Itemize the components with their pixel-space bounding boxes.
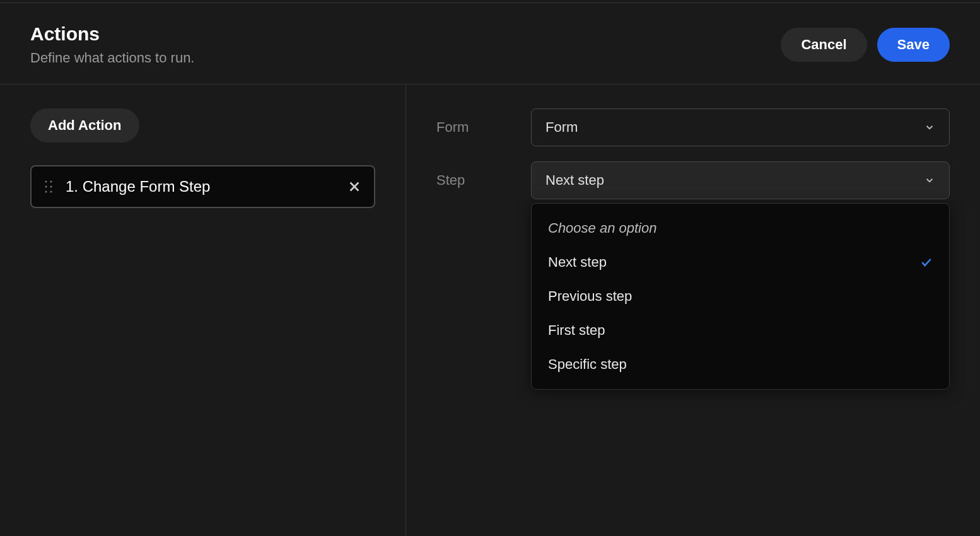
page-subtitle: Define what actions to run. (30, 50, 194, 66)
close-icon[interactable] (347, 180, 361, 194)
svg-point-5 (50, 191, 52, 193)
step-field-label: Step (436, 172, 531, 189)
dropdown-option-label: Next step (548, 254, 607, 271)
chevron-down-icon (924, 122, 935, 133)
page-title: Actions (30, 23, 194, 45)
svg-point-4 (45, 191, 47, 193)
dropdown-option-label: Specific step (548, 356, 627, 373)
dropdown-option-specific-step[interactable]: Specific step (532, 347, 949, 382)
svg-point-3 (50, 186, 52, 188)
dropdown-placeholder: Choose an option (532, 211, 949, 245)
dropdown-option-label: Previous step (548, 288, 632, 305)
form-field-label: Form (436, 119, 531, 136)
dropdown-option-label: First step (548, 322, 605, 339)
svg-point-2 (45, 186, 47, 188)
svg-point-0 (45, 181, 47, 183)
actions-list-panel: Add Action 1. Change Form Step (0, 84, 406, 536)
save-button[interactable]: Save (877, 28, 950, 62)
svg-point-1 (50, 181, 52, 183)
dropdown-option-previous-step[interactable]: Previous step (532, 279, 949, 313)
action-item[interactable]: 1. Change Form Step (30, 165, 375, 208)
action-item-label: 1. Change Form Step (66, 178, 335, 195)
check-icon (920, 256, 933, 269)
form-select-value: Form (545, 119, 578, 136)
dropdown-option-first-step[interactable]: First step (532, 313, 949, 347)
cancel-button[interactable]: Cancel (781, 28, 866, 62)
step-select-value: Next step (545, 172, 604, 189)
add-action-button[interactable]: Add Action (30, 108, 139, 143)
drag-handle-icon[interactable] (44, 179, 53, 194)
step-dropdown-menu: Choose an option Next step (531, 203, 950, 390)
chevron-down-icon (924, 175, 935, 186)
page-header: Actions Define what actions to run. Canc… (0, 3, 980, 84)
form-select[interactable]: Form (531, 108, 950, 146)
step-select[interactable]: Next step (531, 161, 950, 199)
dropdown-option-next-step[interactable]: Next step (532, 245, 949, 279)
action-config-panel: Form Form Step Next step (406, 84, 980, 536)
